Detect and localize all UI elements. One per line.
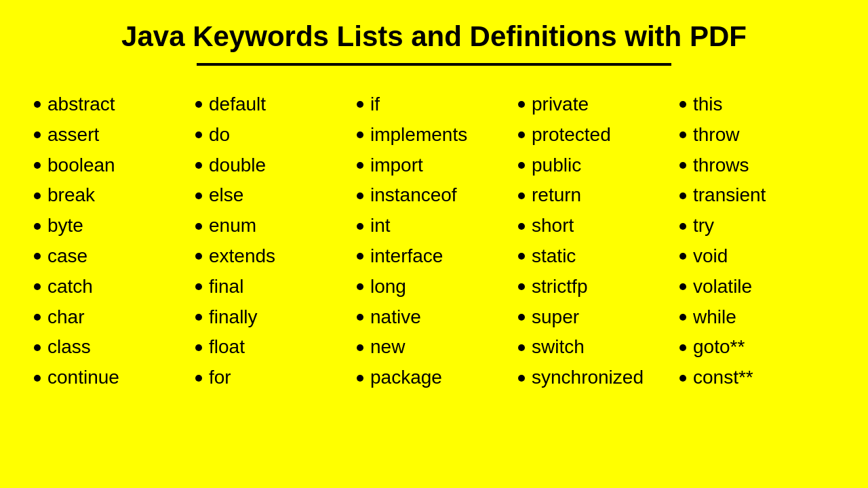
keyword-label: assert xyxy=(47,120,99,150)
keyword-label: static xyxy=(532,241,576,272)
keyword-label: transient xyxy=(693,180,766,211)
keyword-column-3: ifimplementsimportinstanceofintinterface… xyxy=(357,89,511,393)
bullet-icon xyxy=(195,253,202,260)
keyword-label: public xyxy=(532,150,581,181)
bullet-icon xyxy=(34,192,41,199)
keyword-item: short xyxy=(518,211,673,241)
page-title: Java Keywords Lists and Definitions with… xyxy=(34,20,834,53)
bullet-icon xyxy=(357,283,363,290)
keyword-column-5: thisthrowthrowstransienttryvoidvolatilew… xyxy=(679,89,834,393)
keyword-item: static xyxy=(518,241,673,272)
keyword-item: interface xyxy=(357,241,511,272)
keyword-label: goto** xyxy=(693,332,745,363)
keyword-item: abstract xyxy=(34,89,189,120)
keyword-label: try xyxy=(693,211,714,241)
keyword-item: else xyxy=(195,180,350,211)
keyword-item: case xyxy=(34,241,189,272)
title-divider xyxy=(197,63,671,66)
bullet-icon xyxy=(34,101,41,108)
bullet-icon xyxy=(195,344,202,351)
keyword-item: transient xyxy=(679,180,834,211)
keyword-label: char xyxy=(47,302,84,333)
keyword-item: public xyxy=(518,150,673,181)
keyword-item: instanceof xyxy=(357,180,511,211)
keyword-item: for xyxy=(195,363,350,393)
bullet-icon xyxy=(195,223,202,230)
bullet-icon xyxy=(195,283,202,290)
keyword-item: super xyxy=(518,302,673,333)
bullet-icon xyxy=(195,314,202,321)
keyword-label: void xyxy=(693,241,728,272)
keyword-label: throw xyxy=(693,120,739,150)
keyword-item: continue xyxy=(34,363,189,393)
keyword-item: do xyxy=(195,120,350,150)
keyword-label: import xyxy=(370,150,423,181)
keyword-label: private xyxy=(532,89,589,120)
bullet-icon xyxy=(518,283,525,290)
keywords-grid: abstractassertbooleanbreakbytecasecatchc… xyxy=(34,89,834,393)
bullet-icon xyxy=(518,375,525,382)
keyword-item: enum xyxy=(195,211,350,241)
keyword-item: strictfp xyxy=(518,272,673,302)
keyword-label: implements xyxy=(370,120,467,150)
bullet-icon xyxy=(357,192,363,199)
keyword-label: const** xyxy=(693,363,753,393)
bullet-icon xyxy=(357,314,363,321)
bullet-icon xyxy=(679,344,686,351)
keyword-column-4: privateprotectedpublicreturnshortstatics… xyxy=(518,89,673,393)
keyword-item: char xyxy=(34,302,189,333)
bullet-icon xyxy=(679,131,686,138)
keyword-label: break xyxy=(47,180,95,211)
keyword-item: native xyxy=(357,302,511,333)
keyword-label: else xyxy=(209,180,243,211)
keyword-item: goto** xyxy=(679,332,834,363)
bullet-icon xyxy=(518,344,525,351)
keyword-label: extends xyxy=(209,241,275,272)
keyword-label: while xyxy=(693,302,736,333)
keyword-label: strictfp xyxy=(532,272,587,302)
bullet-icon xyxy=(679,283,686,290)
keyword-label: if xyxy=(370,89,380,120)
bullet-icon xyxy=(34,253,41,260)
keyword-label: new xyxy=(370,332,405,363)
keyword-item: volatile xyxy=(679,272,834,302)
bullet-icon xyxy=(518,101,525,108)
bullet-icon xyxy=(357,344,363,351)
keyword-label: for xyxy=(209,363,231,393)
bullet-icon xyxy=(195,375,202,382)
keyword-item: double xyxy=(195,150,350,181)
keyword-item: try xyxy=(679,211,834,241)
keyword-item: final xyxy=(195,272,350,302)
keyword-label: class xyxy=(47,332,91,363)
keyword-label: do xyxy=(209,120,230,150)
bullet-icon xyxy=(357,253,363,260)
keyword-label: short xyxy=(532,211,574,241)
bullet-icon xyxy=(34,344,41,351)
bullet-icon xyxy=(34,162,41,169)
keyword-item: throw xyxy=(679,120,834,150)
bullet-icon xyxy=(195,101,202,108)
keyword-item: float xyxy=(195,332,350,363)
keyword-item: if xyxy=(357,89,511,120)
keyword-item: break xyxy=(34,180,189,211)
keyword-item: private xyxy=(518,89,673,120)
keyword-label: native xyxy=(370,302,421,333)
bullet-icon xyxy=(518,162,525,169)
keyword-item: package xyxy=(357,363,511,393)
keyword-label: volatile xyxy=(693,272,752,302)
keyword-label: byte xyxy=(47,211,83,241)
keyword-item: this xyxy=(679,89,834,120)
keyword-item: void xyxy=(679,241,834,272)
keyword-label: final xyxy=(209,272,243,302)
keyword-label: catch xyxy=(47,272,93,302)
bullet-icon xyxy=(34,283,41,290)
keyword-item: finally xyxy=(195,302,350,333)
bullet-icon xyxy=(195,162,202,169)
bullet-icon xyxy=(679,192,686,199)
bullet-icon xyxy=(679,101,686,108)
keyword-label: package xyxy=(370,363,442,393)
keyword-item: long xyxy=(357,272,511,302)
bullet-icon xyxy=(34,131,41,138)
keyword-label: this xyxy=(693,89,723,120)
bullet-icon xyxy=(34,375,41,382)
